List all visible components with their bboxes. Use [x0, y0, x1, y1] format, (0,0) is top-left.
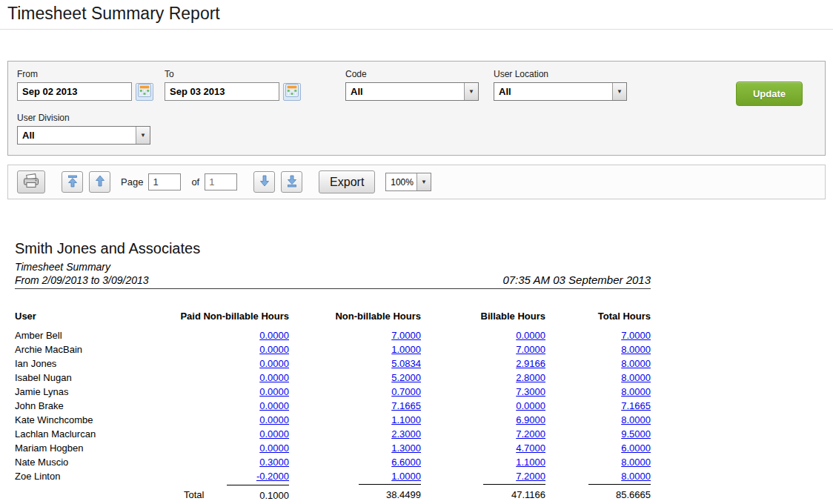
billable-hours-link[interactable]: 4.7000: [516, 442, 545, 454]
filter-row-1: From: [17, 69, 816, 106]
to-date-input[interactable]: [165, 82, 279, 101]
nonbillable-hours-link[interactable]: 0.7000: [391, 386, 421, 397]
total-hours-link[interactable]: 6.0000: [621, 442, 651, 454]
user-division-label: User Division: [17, 113, 150, 123]
page-label: Page: [121, 176, 143, 188]
billable-hours-link[interactable]: 0.0000: [516, 330, 545, 341]
previous-page-button[interactable]: [89, 171, 110, 193]
paid-nonbillable-hours-link[interactable]: 0.0000: [259, 428, 289, 440]
user-division-select-value: All: [18, 127, 136, 144]
to-calendar-button[interactable]: [283, 83, 301, 101]
code-select-value: All: [346, 83, 464, 100]
current-page-input[interactable]: [148, 173, 181, 190]
paid-nonbillable-hours-link[interactable]: 0.0000: [259, 414, 289, 425]
code-select[interactable]: All ▼: [345, 82, 479, 101]
billable-hours-link[interactable]: 7.2000: [516, 471, 545, 482]
user-name: Mariam Hogben: [15, 441, 167, 455]
nonbillable-hours-link[interactable]: 5.0834: [391, 358, 421, 369]
table-row: Mariam Hogben 0.0000 1.3000 4.7000 6.000…: [15, 441, 651, 455]
total-hours-link[interactable]: 8.0000: [621, 358, 651, 369]
billable-hours-link[interactable]: 6.9000: [516, 414, 545, 425]
billable-hours-link[interactable]: 2.8000: [516, 372, 545, 383]
page-header: Timesheet Summary Report: [0, 0, 833, 30]
previous-page-icon: [95, 175, 105, 189]
export-button[interactable]: Export: [319, 170, 375, 193]
total-hours-link[interactable]: 8.0000: [621, 471, 651, 482]
user-name: Nate Muscio: [15, 455, 167, 469]
billable-hours-link[interactable]: 2.9166: [516, 358, 545, 369]
report-body: Smith Jones and Associates Timesheet Sum…: [15, 240, 651, 504]
from-date-input[interactable]: [17, 82, 132, 101]
nonbillable-hours-link[interactable]: 5.2000: [391, 372, 421, 383]
nonbillable-hours-link[interactable]: 1.0000: [391, 344, 421, 355]
first-page-icon: [67, 175, 78, 190]
billable-hours-link[interactable]: 1.1000: [516, 457, 545, 468]
user-name: Kate Winchcombe: [15, 413, 167, 427]
billable-hours-link[interactable]: 7.3000: [516, 386, 545, 397]
nonbillable-hours-link[interactable]: 2.3000: [391, 428, 421, 440]
user-division-group: User Division All ▼: [17, 113, 150, 145]
total-pages-input[interactable]: [205, 173, 237, 190]
paid-nonbillable-hours-link[interactable]: 0.0000: [259, 386, 289, 397]
company-name: Smith Jones and Associates: [15, 240, 651, 257]
table-row: Isabel Nugan 0.0000 5.2000 2.8000 8.0000: [15, 371, 651, 385]
billable-hours-link[interactable]: 0.0000: [516, 400, 545, 411]
paid-nonbillable-hours-link[interactable]: 0.3000: [259, 457, 289, 468]
table-row: Kate Winchcombe 0.0000 1.1000 6.9000 8.0…: [15, 413, 651, 427]
from-date-group: From: [17, 69, 153, 101]
first-page-button[interactable]: [62, 171, 83, 193]
total-hours-link[interactable]: 8.0000: [621, 372, 651, 383]
billable-hours-link[interactable]: 7.0000: [516, 344, 545, 355]
user-location-select[interactable]: All ▼: [494, 82, 627, 101]
paid-nonbillable-hours-link[interactable]: 0.0000: [259, 372, 289, 383]
next-page-button[interactable]: [253, 171, 275, 193]
nonbillable-hours-link[interactable]: 6.6000: [391, 457, 421, 468]
total-hours-link[interactable]: 8.0000: [621, 457, 651, 468]
update-button[interactable]: Update: [736, 82, 803, 106]
total-paid-nonbillable: 0.1000: [227, 485, 289, 504]
nonbillable-hours-link[interactable]: 1.0000: [391, 471, 421, 482]
table-total-row: Total 0.1000 38.4499 47.1166 85.6665: [15, 484, 651, 504]
user-division-select[interactable]: All ▼: [17, 126, 150, 145]
report-generated-timestamp: 07:35 AM 03 September 2013: [502, 273, 651, 286]
nonbillable-hours-link[interactable]: 7.0000: [391, 330, 421, 341]
report-toolbar: Page of Export 100% ▼: [7, 165, 826, 199]
calendar-icon: [285, 84, 299, 99]
paid-nonbillable-hours-link[interactable]: 0.0000: [259, 330, 289, 341]
billable-hours-link[interactable]: 7.2000: [516, 428, 545, 440]
nonbillable-hours-link[interactable]: 7.1665: [391, 400, 421, 411]
nonbillable-hours-link[interactable]: 1.1000: [391, 414, 421, 425]
total-hours: 85.6665: [588, 484, 651, 504]
report-date-range: From 2/09/2013 to 3/09/2013: [15, 274, 149, 286]
total-hours-link[interactable]: 8.0000: [621, 386, 651, 397]
total-hours-link[interactable]: 8.0000: [621, 344, 651, 355]
of-label: of: [191, 176, 199, 188]
paid-nonbillable-hours-link[interactable]: 0.0000: [259, 400, 289, 411]
zoom-select[interactable]: 100% ▼: [385, 173, 431, 191]
user-name: Lachlan Maclurcan: [15, 427, 167, 441]
report-meta-row: From 2/09/2013 to 3/09/2013 07:35 AM 03 …: [15, 273, 651, 289]
total-hours-link[interactable]: 8.0000: [621, 414, 651, 425]
total-nonbillable: 38.4499: [359, 484, 421, 504]
paid-nonbillable-hours-link[interactable]: -0.2000: [256, 471, 289, 482]
table-row: Ian Jones 0.0000 5.0834 2.9166 8.0000: [15, 357, 651, 371]
to-date-group: To: [165, 69, 301, 101]
paid-nonbillable-hours-link[interactable]: 0.0000: [259, 344, 289, 355]
from-label: From: [17, 69, 153, 79]
chevron-down-icon: ▼: [416, 173, 431, 190]
nonbillable-hours-link[interactable]: 1.3000: [391, 442, 421, 454]
table-row: Amber Bell 0.0000 7.0000 0.0000 7.0000: [15, 328, 651, 342]
user-name: Zoe Linton: [15, 469, 167, 483]
total-hours-link[interactable]: 7.1665: [621, 400, 651, 411]
printer-icon: [22, 173, 40, 190]
print-button[interactable]: [17, 170, 45, 193]
code-group: Code All ▼: [345, 69, 479, 101]
total-hours-link[interactable]: 9.5000: [621, 428, 651, 440]
user-location-label: User Location: [494, 69, 627, 79]
from-calendar-button[interactable]: [136, 83, 153, 101]
paid-nonbillable-hours-link[interactable]: 0.0000: [259, 358, 289, 369]
last-page-button[interactable]: [281, 171, 302, 193]
total-hours-link[interactable]: 7.0000: [621, 330, 651, 341]
paid-nonbillable-hours-link[interactable]: 0.0000: [259, 442, 289, 454]
table-header-row: User Paid Non-billable Hours Non-billabl…: [15, 309, 651, 323]
